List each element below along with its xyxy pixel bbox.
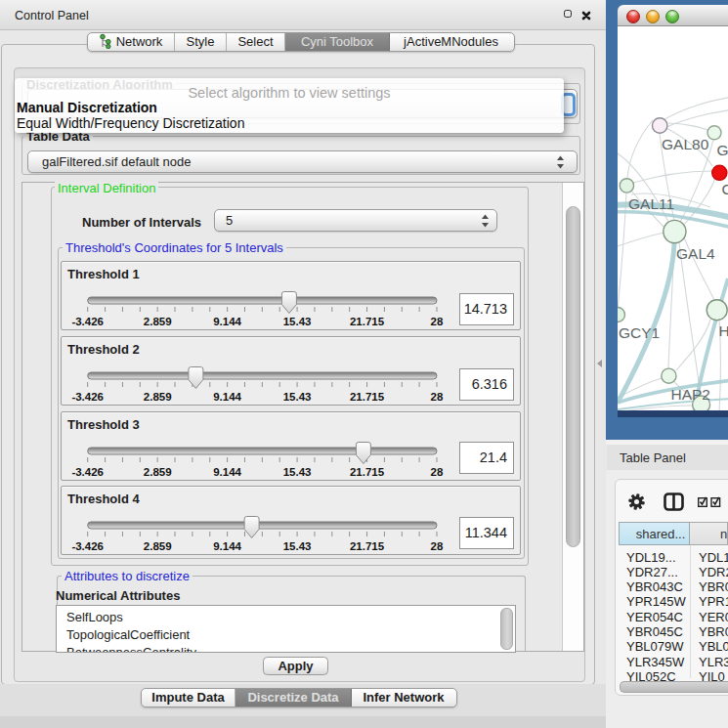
svg-text:21.715: 21.715: [350, 466, 385, 478]
svg-text:15.43: 15.43: [283, 540, 312, 552]
svg-text:28: 28: [431, 540, 444, 552]
svg-text:2.859: 2.859: [144, 466, 172, 478]
svg-text:C: C: [722, 181, 728, 197]
svg-text:9.144: 9.144: [213, 316, 241, 327]
svg-text:2.859: 2.859: [144, 540, 172, 552]
svg-text:GAL11: GAL11: [628, 195, 674, 212]
svg-text:21.715: 21.715: [350, 391, 385, 403]
svg-text:G.: G.: [717, 142, 728, 158]
svg-text:28: 28: [431, 316, 444, 327]
svg-text:-3.426: -3.426: [71, 316, 104, 327]
svg-text:2.859: 2.859: [144, 391, 172, 403]
svg-text:15.43: 15.43: [283, 391, 312, 403]
svg-text:GCY1: GCY1: [619, 324, 660, 341]
svg-text:GAL4: GAL4: [676, 245, 715, 262]
svg-text:H: H: [719, 322, 728, 339]
svg-text:-3.426: -3.426: [71, 391, 104, 403]
svg-text:-3.426: -3.426: [71, 540, 104, 552]
svg-text:15.43: 15.43: [283, 316, 312, 327]
svg-text:-3.426: -3.426: [71, 466, 104, 478]
svg-text:2.859: 2.859: [144, 316, 172, 327]
svg-text:28: 28: [431, 391, 444, 403]
svg-text:9.144: 9.144: [213, 540, 241, 552]
svg-text:9.144: 9.144: [213, 466, 241, 478]
svg-text:21.715: 21.715: [350, 316, 385, 327]
svg-text:GAL80: GAL80: [662, 136, 709, 152]
svg-text:HAP2: HAP2: [671, 386, 711, 403]
svg-text:21.715: 21.715: [350, 540, 385, 552]
svg-text:28: 28: [431, 466, 444, 478]
svg-text:15.43: 15.43: [283, 466, 312, 478]
svg-text:9.144: 9.144: [213, 391, 241, 403]
